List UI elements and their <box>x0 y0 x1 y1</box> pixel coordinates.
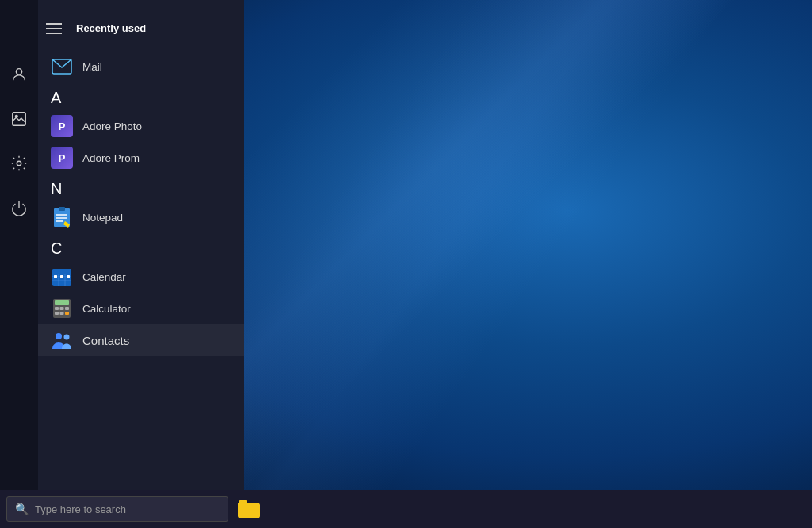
alpha-a: A <box>38 82 244 110</box>
svg-rect-30 <box>60 312 64 315</box>
recently-used-header: Recently used <box>70 17 159 37</box>
app-item-adore-prom[interactable]: P Adore Prom <box>38 142 244 174</box>
svg-rect-9 <box>59 207 65 211</box>
hamburger-button[interactable] <box>38 11 70 46</box>
app-item-calendar[interactable]: Calendar <box>38 261 244 293</box>
svg-rect-23 <box>67 275 70 278</box>
mail-icon <box>51 55 73 78</box>
app-item-mail[interactable]: Mail <box>38 51 244 82</box>
power-icon[interactable] <box>0 190 38 225</box>
notepad-label: Notepad <box>82 212 123 224</box>
alpha-c: C <box>38 233 244 261</box>
svg-point-3 <box>17 161 21 166</box>
user-icon[interactable] <box>0 57 38 92</box>
notepad-icon <box>51 206 73 228</box>
adore-prom-label: Adore Prom <box>82 152 140 164</box>
app-item-adore-photo[interactable]: P Adore Photo <box>38 110 244 142</box>
taskbar-search-input[interactable] <box>35 503 220 515</box>
svg-rect-29 <box>55 312 59 315</box>
svg-point-0 <box>16 69 21 75</box>
calendar-icon <box>51 266 73 288</box>
svg-rect-31 <box>65 312 69 315</box>
adore-prom-icon: P <box>51 147 73 169</box>
start-menu-sidebar <box>0 0 38 490</box>
taskbar-search-bar[interactable]: 🔍 <box>6 496 228 522</box>
svg-point-32 <box>56 333 62 339</box>
mail-label: Mail <box>82 61 102 73</box>
contacts-icon <box>51 329 73 351</box>
app-item-contacts[interactable]: Contacts <box>38 324 244 356</box>
contacts-label: Contacts <box>82 334 129 347</box>
file-explorer-taskbar-icon[interactable] <box>235 495 263 523</box>
svg-rect-21 <box>54 275 57 278</box>
settings-icon[interactable] <box>0 146 38 181</box>
start-menu: Recently used Mail A P Adore Photo P Ado… <box>0 0 244 490</box>
svg-rect-25 <box>55 300 69 305</box>
svg-rect-22 <box>60 275 63 278</box>
taskbar: 🔍 <box>0 490 812 528</box>
app-item-notepad[interactable]: Notepad <box>38 201 244 233</box>
svg-rect-26 <box>55 307 59 310</box>
svg-rect-27 <box>60 307 64 310</box>
svg-rect-16 <box>52 272 71 274</box>
calculator-icon <box>51 297 73 319</box>
svg-rect-28 <box>65 307 69 310</box>
taskbar-search-icon: 🔍 <box>15 503 29 515</box>
svg-point-33 <box>64 335 70 340</box>
app-item-calculator[interactable]: Calculator <box>38 293 244 324</box>
photos-icon[interactable] <box>0 101 38 136</box>
calculator-label: Calculator <box>82 303 131 315</box>
alpha-n: N <box>38 174 244 201</box>
calendar-label: Calendar <box>82 271 126 283</box>
adore-photo-label: Adore Photo <box>82 121 142 132</box>
adore-photo-icon: P <box>51 115 73 137</box>
